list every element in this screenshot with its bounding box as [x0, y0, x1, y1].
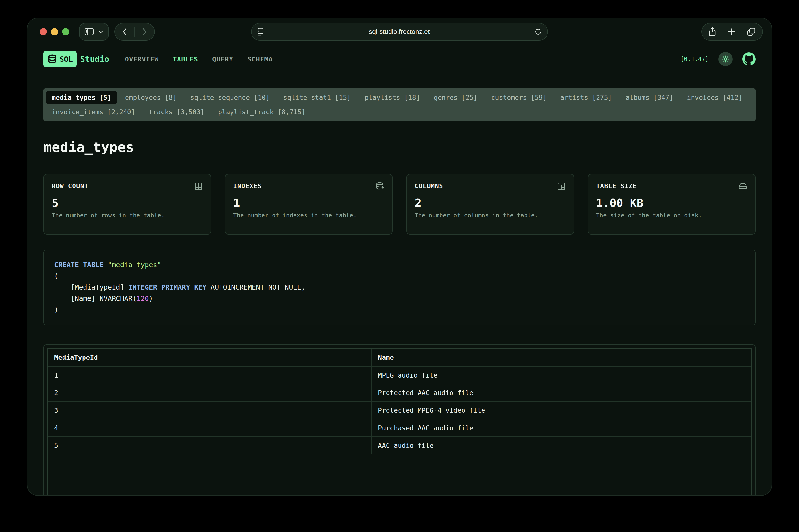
table-tab[interactable]: playlist_track [8,715]	[213, 105, 311, 119]
chevron-down-icon[interactable]	[98, 30, 104, 34]
traffic-lights	[40, 28, 69, 35]
table-tab[interactable]: employees [8]	[120, 91, 182, 104]
table-tab[interactable]: sqlite_sequence [10]	[185, 91, 275, 104]
github-link[interactable]	[742, 53, 756, 65]
nav-item-query[interactable]: QUERY	[212, 55, 233, 63]
stat-description: The number of rows in the table.	[52, 212, 203, 219]
table-tab[interactable]: artists [275]	[555, 91, 617, 104]
sql-token: INTEGER PRIMARY KEY	[128, 283, 206, 291]
table-tab[interactable]: media_types [5]	[47, 91, 117, 104]
cell-name: AAC audio file	[371, 437, 751, 454]
sun-icon	[721, 55, 730, 63]
cell-mediatypeid: 3	[48, 401, 371, 419]
app-logo[interactable]: SQL Studio	[43, 51, 109, 67]
logo-sql-text: SQL	[60, 55, 73, 63]
sql-token: ( [MediaTypeId]	[54, 272, 128, 291]
stat-label: ROW COUNT	[52, 183, 88, 190]
table-tab[interactable]: sqlite_stat1 [15]	[278, 91, 356, 104]
browser-toolbar: sql-studio.frectonz.et	[27, 18, 772, 45]
sql-token: "media_types"	[108, 261, 161, 269]
column-header-name: Name	[371, 349, 751, 366]
sql-token: CREATE TABLE	[54, 261, 108, 269]
stat-label: INDEXES	[233, 183, 262, 190]
sql-token: 120	[136, 294, 149, 303]
nav-item-schema[interactable]: SCHEMA	[247, 55, 273, 63]
cell-mediatypeid: 1	[48, 366, 371, 384]
reload-icon[interactable]	[534, 27, 542, 36]
stat-description: The size of the table on disk.	[596, 212, 747, 219]
reader-icon[interactable]	[257, 27, 264, 36]
cell-mediatypeid: 5	[48, 437, 371, 454]
database-icon	[48, 54, 57, 64]
database-zap-icon	[375, 182, 384, 191]
sidebar-icon[interactable]	[85, 28, 94, 36]
nav-item-overview[interactable]: OVERVIEW	[125, 55, 159, 63]
stat-description: The number of indexes in the table.	[233, 212, 384, 219]
url-bar[interactable]: sql-studio.frectonz.et	[251, 23, 548, 40]
table-header-row: MediaTypeId Name	[48, 349, 751, 366]
tab-overview-icon[interactable]	[747, 27, 756, 36]
sql-code: CREATE TABLE "media_types" ( [MediaTypeI…	[54, 260, 745, 316]
stat-description: The number of columns in the table.	[415, 212, 566, 219]
github-icon	[742, 53, 756, 65]
table-tab[interactable]: customers [59]	[486, 91, 552, 104]
minimize-window-button[interactable]	[51, 28, 58, 35]
stat-value: 1.00 KB	[596, 196, 747, 210]
page-title: media_types	[43, 139, 756, 164]
browser-window: sql-studio.frectonz.et	[27, 18, 772, 496]
back-button[interactable]	[118, 26, 131, 37]
header-right: [0.1.47]	[680, 52, 756, 66]
history-nav-group	[114, 23, 155, 40]
cell-mediatypeid: 4	[48, 419, 371, 437]
data-table-wrapper: MediaTypeId Name 1 MPEG audio file	[48, 348, 751, 496]
table-tab[interactable]: playlists [18]	[359, 91, 426, 104]
close-window-button[interactable]	[40, 28, 47, 35]
logo-studio-text: Studio	[80, 54, 109, 64]
url-text: sql-studio.frectonz.et	[264, 28, 534, 36]
sidebar-toggle-group	[79, 23, 109, 40]
stat-card-indexes: INDEXES 1 The number of indexes in the t…	[225, 174, 393, 234]
create-table-sql: CREATE TABLE "media_types" ( [MediaTypeI…	[43, 250, 756, 325]
logo-badge: SQL	[43, 51, 77, 67]
data-table: MediaTypeId Name 1 MPEG audio file	[48, 349, 751, 454]
stat-card-columns: COLUMNS 2 The number of columns in the t…	[406, 174, 574, 234]
table-tab[interactable]: albums [347]	[620, 91, 679, 104]
table-tab[interactable]: genres [25]	[428, 91, 483, 104]
stat-cards: ROW COUNT 5 The number of rows in the ta…	[43, 174, 756, 234]
table-tab[interactable]: invoice_items [2,240]	[47, 105, 141, 119]
stat-value: 5	[52, 196, 203, 210]
stat-label: COLUMNS	[415, 183, 443, 190]
divider	[134, 27, 135, 37]
table-row: 1 MPEG audio file	[48, 366, 751, 384]
app-navbar: SQL Studio OVERVIEW TABLES QUERY SCHEMA …	[27, 45, 772, 73]
zoom-window-button[interactable]	[62, 28, 69, 35]
table-tabs: media_types [5]employees [8]sqlite_seque…	[43, 88, 756, 121]
table-tab[interactable]: invoices [412]	[682, 91, 748, 104]
cell-name: MPEG audio file	[371, 366, 751, 384]
nav-items: OVERVIEW TABLES QUERY SCHEMA	[125, 55, 273, 63]
share-icon[interactable]	[708, 26, 717, 37]
nav-item-tables[interactable]: TABLES	[173, 55, 198, 63]
toolbar-right-group	[701, 23, 763, 40]
table-columns-icon	[557, 182, 566, 191]
stat-value: 2	[415, 196, 566, 210]
hard-drive-icon	[739, 182, 747, 191]
cell-name: Protected AAC audio file	[371, 384, 751, 401]
cell-name: Protected MPEG-4 video file	[371, 401, 751, 419]
page-content: media_types [5]employees [8]sqlite_seque…	[27, 88, 772, 496]
version-badge: [0.1.47]	[680, 56, 709, 62]
table-row: 5 AAC audio file	[48, 437, 751, 454]
data-table-card: MediaTypeId Name 1 MPEG audio file	[43, 344, 756, 496]
stat-card-table-size: TABLE SIZE 1.00 KB The size of the table…	[588, 174, 756, 234]
cell-mediatypeid: 2	[48, 384, 371, 401]
stat-card-row-count: ROW COUNT 5 The number of rows in the ta…	[43, 174, 211, 234]
table-row: 4 Purchased AAC audio file	[48, 419, 751, 437]
new-tab-icon[interactable]	[727, 27, 736, 36]
forward-button[interactable]	[138, 26, 151, 37]
cell-name: Purchased AAC audio file	[371, 419, 751, 437]
table-tab[interactable]: tracks [3,503]	[143, 105, 210, 119]
table-row: 3 Protected MPEG-4 video file	[48, 401, 751, 419]
column-header-mediatypeid: MediaTypeId	[48, 349, 371, 366]
theme-toggle-button[interactable]	[719, 52, 732, 66]
table-grid-icon	[194, 182, 203, 191]
